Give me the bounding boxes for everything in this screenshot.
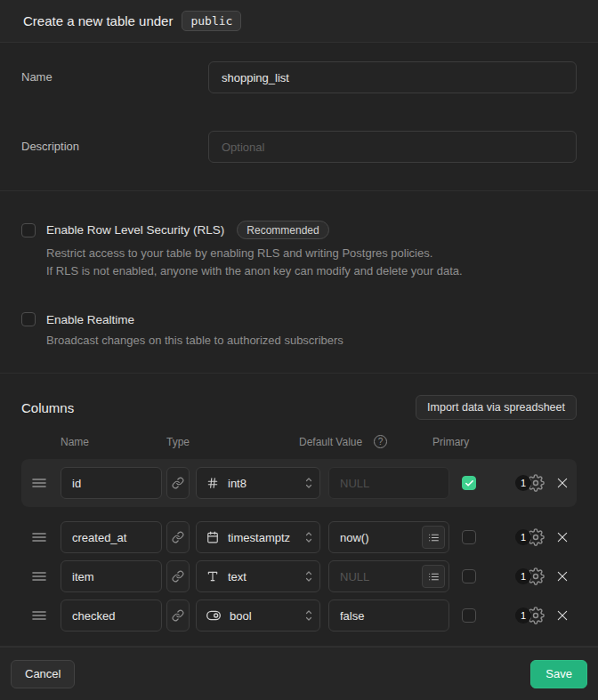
column-row-id: int8 1 (21, 467, 577, 499)
column-type-label: text (228, 570, 295, 583)
calendar-icon (206, 531, 219, 543)
column-name-input[interactable] (61, 467, 162, 499)
column-type-select[interactable]: int8 (196, 467, 320, 499)
rls-toggle-row: Enable Row Level Security (RLS) Recommen… (21, 221, 577, 239)
rls-toggle-block: Enable Row Level Security (RLS) Recommen… (21, 221, 577, 280)
table-description-input[interactable] (208, 131, 577, 163)
foreign-key-link-button[interactable] (166, 467, 190, 499)
link-icon (172, 609, 184, 622)
table-options-section: Enable Row Level Security (RLS) Recommen… (0, 191, 598, 374)
rls-description-line1: Restrict access to your table by enablin… (46, 245, 577, 262)
dialog-header: Create a new table under public (0, 0, 598, 43)
list-icon (428, 571, 440, 583)
save-button[interactable]: Save (530, 660, 587, 688)
settings-count-badge: 1 (515, 607, 531, 624)
default-value-cell (328, 560, 449, 592)
default-value-suggestions-button[interactable] (422, 526, 445, 549)
delete-column-button[interactable] (555, 473, 570, 493)
primary-checkbox[interactable] (462, 476, 476, 490)
chevron-updown-icon (303, 569, 314, 583)
realtime-checkbox[interactable] (21, 312, 36, 326)
column-settings-button[interactable]: 1 (515, 528, 545, 546)
default-value-cell (328, 467, 449, 499)
column-type-select[interactable]: bool (196, 599, 320, 632)
import-spreadsheet-button[interactable]: Import data via spreadsheet (416, 395, 577, 420)
description-label: Description (21, 131, 208, 163)
dialog-title: Create a new table under (23, 13, 173, 28)
realtime-label: Enable Realtime (46, 313, 134, 326)
default-value-input[interactable] (328, 599, 449, 632)
link-icon (172, 477, 184, 489)
delete-column-button[interactable] (555, 567, 570, 586)
delete-column-button[interactable] (555, 606, 570, 625)
realtime-toggle-row: Enable Realtime (21, 312, 577, 326)
header-name: Name (61, 436, 166, 448)
column-type-select[interactable]: timestamptz (196, 521, 320, 553)
column-name-input[interactable] (61, 599, 162, 632)
header-default-value: Default Value (299, 436, 374, 448)
link-icon (172, 531, 184, 543)
columns-section: Columns Import data via spreadsheet Name… (0, 374, 598, 647)
name-label: Name (21, 61, 208, 93)
close-icon (555, 569, 570, 583)
column-row-created-at: timestamptz 1 (21, 521, 577, 553)
list-icon (428, 532, 440, 543)
delete-column-button[interactable] (555, 527, 570, 547)
column-type-label: int8 (228, 477, 295, 490)
create-table-dialog: Create a new table under public Name Des… (0, 0, 598, 700)
toggle-icon (206, 610, 221, 621)
column-settings-button[interactable]: 1 (515, 474, 545, 492)
default-value-suggestions-button[interactable] (422, 565, 445, 588)
column-type-select[interactable]: text (196, 560, 320, 592)
columns-table-headers: Name Type Default Value ? Primary (21, 435, 577, 448)
drag-handle-icon[interactable] (32, 609, 46, 622)
hash-icon (206, 477, 219, 489)
table-meta-section: Name Description (0, 43, 598, 191)
close-icon (555, 608, 570, 623)
settings-count-badge: 1 (515, 568, 531, 584)
rls-label: Enable Row Level Security (RLS) (46, 223, 224, 237)
recommended-badge: Recommended (237, 221, 328, 239)
column-name-input[interactable] (61, 560, 162, 592)
column-row-checked: bool 1 (21, 599, 577, 632)
drag-handle-icon[interactable] (32, 531, 46, 543)
realtime-toggle-block: Enable Realtime Broadcast changes on thi… (21, 312, 577, 350)
column-type-label: timestamptz (228, 531, 295, 544)
check-icon (465, 479, 474, 488)
chevron-updown-icon (303, 530, 314, 544)
description-field-row: Description (21, 131, 577, 163)
link-icon (172, 570, 184, 583)
column-settings-button[interactable]: 1 (515, 607, 545, 624)
foreign-key-link-button[interactable] (166, 521, 190, 553)
column-settings-button[interactable]: 1 (515, 567, 545, 585)
cancel-button[interactable]: Cancel (11, 660, 75, 688)
settings-count-badge: 1 (515, 529, 531, 545)
header-primary: Primary (432, 436, 469, 448)
column-name-input[interactable] (61, 521, 162, 553)
column-row-panel-id: int8 1 (21, 459, 577, 507)
drag-handle-icon[interactable] (32, 477, 46, 489)
table-name-input[interactable] (208, 61, 577, 93)
column-type-label: bool (230, 609, 295, 623)
text-icon (206, 570, 219, 583)
primary-checkbox[interactable] (462, 569, 476, 583)
drag-handle-icon[interactable] (32, 570, 46, 583)
chevron-updown-icon (303, 476, 314, 490)
rls-checkbox[interactable] (21, 223, 36, 237)
column-row-item: text 1 (21, 560, 577, 592)
default-value-input (328, 467, 449, 499)
columns-header: Columns Import data via spreadsheet (21, 395, 577, 420)
primary-checkbox[interactable] (462, 608, 476, 623)
rls-description-line2: If RLS is not enabled, anyone with the a… (46, 262, 577, 280)
foreign-key-link-button[interactable] (166, 560, 190, 592)
primary-checkbox[interactable] (462, 530, 476, 544)
realtime-description: Broadcast changes on this table to autho… (46, 332, 577, 350)
settings-count-badge: 1 (515, 475, 531, 491)
header-type: Type (166, 436, 299, 448)
foreign-key-link-button[interactable] (166, 599, 190, 632)
name-field-row: Name (21, 61, 577, 93)
default-value-help-icon[interactable]: ? (374, 435, 387, 448)
columns-rows: int8 1 (21, 459, 577, 632)
schema-badge: public (182, 11, 241, 31)
close-icon (555, 530, 570, 544)
